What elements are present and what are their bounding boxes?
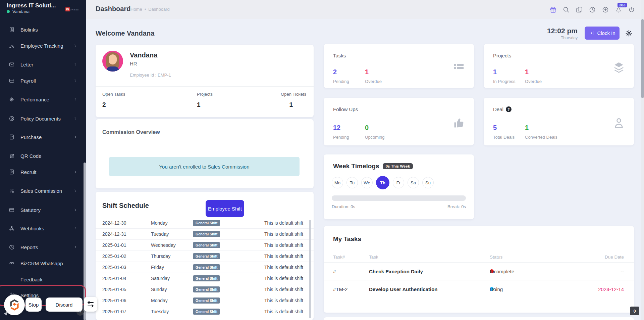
shift-row: 2025-01-01WednesdayGeneral ShiftThis is … [96,240,314,251]
org-name: Ingress IT Soluti... [7,2,62,9]
gift-icon[interactable] [549,6,557,13]
wallet-icon [9,78,15,84]
sidebar-scrollbar[interactable] [84,163,86,320]
chevron-right-icon [73,245,78,249]
day-pill-mo[interactable]: Mo [332,177,343,188]
stop-recording-button[interactable]: Stop [25,298,42,312]
sidebar-item-employee-tracking[interactable]: Employee Tracking [0,39,83,52]
duration-label: Duration: 0s [332,204,355,209]
sidebar-item-bizcrm-whatsapp[interactable]: BizCRM Whatsapp [0,257,83,270]
chevron-right-icon [73,62,78,67]
shift-table-scrollbar[interactable] [309,220,311,318]
chevron-right-icon [73,116,78,121]
task-row: #TM-2 Develop User Authentication Doing … [324,280,634,298]
employee-shift-button[interactable]: Employee Shift [206,200,244,217]
chevron-right-icon [73,97,78,102]
breadcrumb-home[interactable]: Home [130,7,142,12]
avatar [102,51,123,72]
dashboard-settings-gear-icon[interactable] [625,30,633,37]
deal-card-title: Deal ? [493,106,512,112]
sidebar-item-recruit[interactable]: Recruit [0,165,83,179]
shift-row: 2025-01-06MondayGeneral ShiftThis is def… [96,295,314,306]
welcome-heading: Welcome Vandana [96,30,154,37]
sidebar-item-payroll[interactable]: Payroll [0,74,83,87]
day-pill-we[interactable]: We [361,177,373,188]
clock-icon[interactable] [589,6,596,13]
person-icon [612,117,625,129]
timelog-progress-bar [332,195,466,201]
divider [96,86,314,87]
user-name: Vandana [12,9,30,14]
sidebar-item-biolinks[interactable]: Biolinks [0,23,83,36]
profile-name: Vandana [130,51,157,59]
day-pill-th-active[interactable]: Th [376,176,389,189]
page-scrollbar[interactable] [641,0,644,320]
commission-title: Commission Overview [102,129,160,135]
discard-recording-button[interactable]: Discard [46,298,83,312]
breadcrumb-current: Dashboard [148,7,170,12]
sidebar-item-qr-code[interactable]: QR Code [0,149,83,163]
day-pill-sa[interactable]: Sa [408,177,419,188]
shift-row: 2025-01-03FridayGeneral ShiftThis is def… [96,262,314,273]
recorder-logo-icon [8,298,21,312]
followups-upcoming-value: 0 [365,124,397,132]
shift-row: 2025-01-02ThursdayGeneral ShiftThis is d… [96,251,314,262]
profile-card: Vandana HR Employee Id : EMP-1 Open Task… [96,45,314,117]
notes-icon[interactable] [576,6,583,13]
plus-circle-icon[interactable] [602,6,609,13]
deal-total-label: Total Deals [493,135,525,140]
recorder-logo-button[interactable] [4,294,25,315]
deal-total-value: 5 [493,124,525,132]
sidebar-collapse-icon[interactable] [4,312,7,316]
week-total-badge: 0s This Week [383,163,413,169]
sidebar-item-webhooks[interactable]: Webhooks [0,222,83,235]
sidebar-item-purchase[interactable]: Purchase [0,130,83,144]
topbar-icons: 283 [549,0,635,19]
shift-row: 2025-01-04SaturdayGeneral ShiftThis is d… [96,273,314,284]
sidebar-item-reports[interactable]: Reports [0,240,83,254]
sidebar-item-letter[interactable]: Letter [0,58,83,71]
my-tasks-title: My Tasks [333,235,361,243]
day-pill-tu[interactable]: Tu [346,177,358,188]
sidebar-item-policy-documents[interactable]: Policy Documents [0,112,83,125]
task-list-icon [452,61,465,74]
page-scrollbar-thumb[interactable] [641,19,644,98]
link-icon [9,260,15,266]
shift-row: 2025-01-07TuesdayGeneral ShiftThis is de… [96,306,314,317]
power-icon[interactable] [628,6,635,13]
chevron-right-icon [73,78,78,83]
id-badge-icon [9,27,15,33]
swap-button[interactable] [84,297,97,312]
deal-help-icon[interactable]: ? [506,106,512,112]
bell-icon[interactable]: 283 [615,6,622,13]
login-icon [589,30,594,36]
shift-badge: General Shift [193,253,220,259]
clock-in-button[interactable]: Clock In [585,27,620,40]
search-icon[interactable] [562,6,570,13]
day-pill-su[interactable]: Su [422,177,434,188]
chevron-right-icon [73,226,78,231]
zero-count-badge: 0 [630,307,639,315]
sidebar-item-feedback[interactable]: Feedback [0,273,83,286]
sidebar-item-performance[interactable]: Performance [0,93,83,106]
id-badge-icon [9,169,15,175]
shift-schedule-card: Shift Schedule Employee Shift 2024-12-30… [96,192,314,320]
tasks-overdue-value: 1 [365,68,397,76]
sidebar-item-sales-commission[interactable]: Sales Commission [0,184,83,197]
sidebar-item-statutory[interactable]: Statutory [0,203,83,217]
projects-card-title: Projects [493,53,511,58]
tasks-pending-label: Pending [333,79,365,84]
sparkle-icon [9,96,15,102]
open-tickets-value: 1 [289,101,293,108]
webhook-icon [9,225,15,231]
my-tasks-card: My Tasks Task# Task Status Due Date # Ch… [324,226,634,313]
ingress-logo: INGRESS [65,6,79,12]
followups-upcoming-label: Upcoming [365,135,397,140]
day-pill-fr[interactable]: Fr [393,177,404,188]
chevron-right-icon [73,170,78,174]
projects-value: 1 [197,101,201,108]
shift-row: 2025-01-05SundayGeneral ShiftThis is def… [96,284,314,295]
projects-card: Projects 1In Progress 1Overdue [484,44,634,88]
col-task: Task [369,255,378,260]
notification-count-badge: 283 [618,3,627,7]
